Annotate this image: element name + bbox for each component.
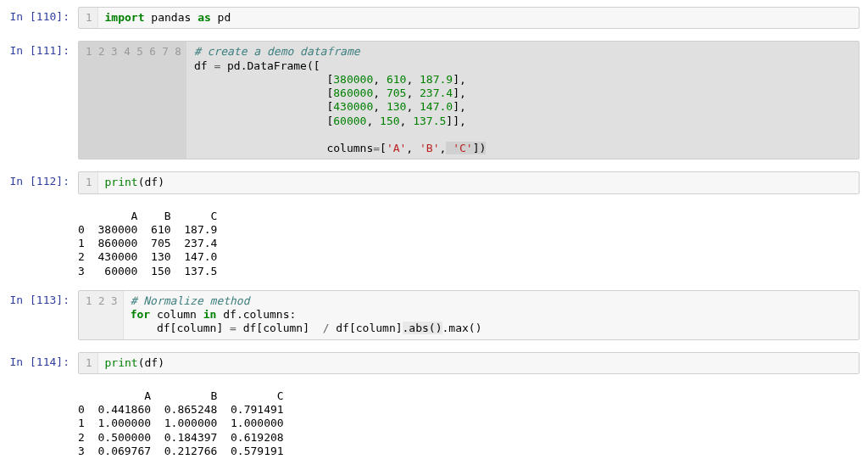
cell-prompt: In [110]: xyxy=(8,7,78,24)
cell-prompt: In [113]: xyxy=(8,290,78,307)
code-input[interactable]: 1print(df) xyxy=(78,171,860,193)
code-cell: In [110]:1import pandas as pd xyxy=(8,7,860,29)
code-input[interactable]: 1 2 3 4 5 6 7 8# create a demo dataframe… xyxy=(78,41,860,160)
output-text: A B C 0 0.441860 0.865248 0.791491 1 1.0… xyxy=(78,386,860,458)
cell-prompt: In [112]: xyxy=(8,171,78,188)
code-content[interactable]: # create a demo dataframe df = pd.DataFr… xyxy=(187,42,859,159)
code-input[interactable]: 1print(df) xyxy=(78,352,860,374)
line-number-gutter: 1 2 3 xyxy=(79,291,124,339)
cell-prompt xyxy=(8,206,78,210)
cell-prompt: In [111]: xyxy=(8,41,78,58)
code-content[interactable]: print(df) xyxy=(98,172,859,193)
output-text: A B C 0 380000 610 187.9 1 860000 705 23… xyxy=(78,206,860,278)
code-cell: In [111]:1 2 3 4 5 6 7 8# create a demo … xyxy=(8,41,860,160)
line-number-gutter: 1 2 3 4 5 6 7 8 xyxy=(79,42,187,159)
cell-prompt xyxy=(8,386,78,389)
code-cell: In [114]:1print(df) xyxy=(8,352,860,374)
code-input[interactable]: 1 2 3# Normalize method for column in df… xyxy=(78,290,860,340)
code-cell: In [113]:1 2 3# Normalize method for col… xyxy=(8,290,860,340)
code-content[interactable]: print(df) xyxy=(98,353,859,373)
output-cell: A B C 0 380000 610 187.9 1 860000 705 23… xyxy=(8,206,860,278)
line-number-gutter: 1 xyxy=(79,8,98,28)
line-number-gutter: 1 xyxy=(79,353,98,373)
code-content[interactable]: # Normalize method for column in df.colu… xyxy=(124,291,859,339)
code-input[interactable]: 1import pandas as pd xyxy=(78,7,860,29)
cell-prompt: In [114]: xyxy=(8,352,78,369)
line-number-gutter: 1 xyxy=(79,172,98,193)
jupyter-notebook: In [110]:1import pandas as pdIn [111]:1 … xyxy=(8,7,860,458)
code-content[interactable]: import pandas as pd xyxy=(98,8,859,28)
output-cell: A B C 0 0.441860 0.865248 0.791491 1 1.0… xyxy=(8,386,860,458)
code-cell: In [112]:1print(df) xyxy=(8,171,860,193)
